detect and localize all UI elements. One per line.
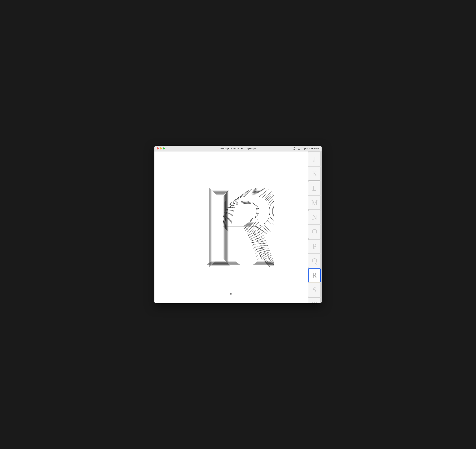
window-title: overlay proof Source Serif 4 Caption.pdf xyxy=(220,147,256,150)
thumbnail-m[interactable]: M xyxy=(308,196,321,210)
thumbnail-l[interactable]: L xyxy=(308,181,321,195)
content-area: R J K L M N xyxy=(154,152,322,303)
browser-window: overlay proof Source Serif 4 Caption.pdf… xyxy=(154,146,322,303)
letter-display xyxy=(186,175,276,280)
minimize-button[interactable] xyxy=(160,147,162,149)
thumbnail-n[interactable]: N xyxy=(308,210,321,224)
thumbnail-q[interactable]: Q xyxy=(308,254,321,268)
thumbnail-s[interactable]: S xyxy=(308,283,321,297)
svg-point-2 xyxy=(294,148,294,148)
pdf-viewer: R xyxy=(154,152,308,303)
close-button[interactable] xyxy=(157,147,159,149)
thumbnail-t1[interactable]: T xyxy=(308,297,321,303)
open-with-preview-button[interactable]: Open with Preview xyxy=(303,147,319,150)
thumbnail-o[interactable]: O xyxy=(308,225,321,239)
share-icon[interactable] xyxy=(298,147,300,150)
thumbnail-j[interactable]: J xyxy=(308,152,321,166)
thumbnail-panel: J K L M N O P xyxy=(308,152,322,303)
title-bar: overlay proof Source Serif 4 Caption.pdf… xyxy=(154,146,322,152)
maximize-button[interactable] xyxy=(163,147,165,149)
pdf-page: R xyxy=(158,155,305,300)
info-icon[interactable] xyxy=(293,147,295,150)
thumbnail-p[interactable]: P xyxy=(308,239,321,253)
page-label: R xyxy=(230,293,232,296)
thumbnail-k[interactable]: K xyxy=(308,167,321,180)
thumbnail-r[interactable]: R xyxy=(308,269,321,282)
title-bar-actions: Open with Preview xyxy=(293,147,319,150)
traffic-lights xyxy=(157,147,165,149)
